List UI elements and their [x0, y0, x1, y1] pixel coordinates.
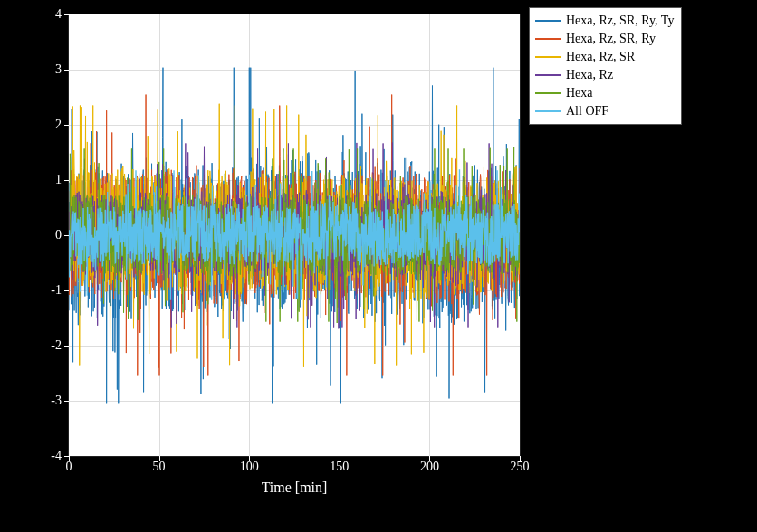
y-tick-label: -1 [51, 283, 62, 298]
legend-label: Hexa, Rz [566, 68, 613, 82]
y-tick-label: 1 [55, 173, 62, 187]
chart-traces [69, 14, 520, 456]
x-tick-label: 100 [240, 460, 259, 474]
legend-entry: Hexa, Rz, SR, Ry [535, 30, 674, 48]
legend-swatch [535, 38, 561, 40]
legend-label: Hexa, Rz, SR, Ry, Ty [566, 14, 674, 28]
legend-swatch [535, 56, 561, 58]
legend: Hexa, Rz, SR, Ry, Ty Hexa, Rz, SR, Ry He… [529, 7, 682, 125]
legend-entry: Hexa [535, 84, 674, 102]
legend-swatch [535, 110, 561, 112]
x-tick-label: 250 [511, 460, 530, 474]
y-tick-label: 4 [55, 7, 62, 22]
legend-entry: Hexa, Rz [535, 66, 674, 84]
legend-label: Hexa [566, 86, 593, 100]
legend-entry: All OFF [535, 102, 674, 120]
y-tick-label: -2 [51, 338, 62, 353]
legend-label: Hexa, Rz, SR, Ry [566, 32, 656, 46]
x-tick-label: 150 [330, 460, 349, 474]
legend-swatch [535, 20, 561, 22]
y-tick-label: 0 [55, 228, 62, 242]
y-tick-label: 2 [55, 118, 62, 132]
x-tick-label: 200 [420, 460, 439, 474]
legend-entry: Hexa, Rz, SR, Ry, Ty [535, 12, 674, 30]
x-axis-label: Time [min] [262, 480, 328, 496]
legend-label: Hexa, Rz, SR [566, 50, 635, 64]
y-tick-label: -4 [51, 449, 62, 463]
legend-swatch [535, 74, 561, 76]
figure: 0 50 100 150 200 250 -4 -3 -2 -1 0 1 2 3… [0, 0, 757, 532]
legend-swatch [535, 92, 561, 94]
y-tick-label: -3 [51, 394, 62, 408]
legend-entry: Hexa, Rz, SR [535, 48, 674, 66]
x-tick-label: 0 [66, 460, 72, 474]
y-tick-label: 3 [55, 62, 62, 77]
x-tick-label: 50 [153, 460, 166, 474]
legend-label: All OFF [566, 104, 608, 119]
plot-area: 0 50 100 150 200 250 -4 -3 -2 -1 0 1 2 3… [68, 14, 521, 457]
